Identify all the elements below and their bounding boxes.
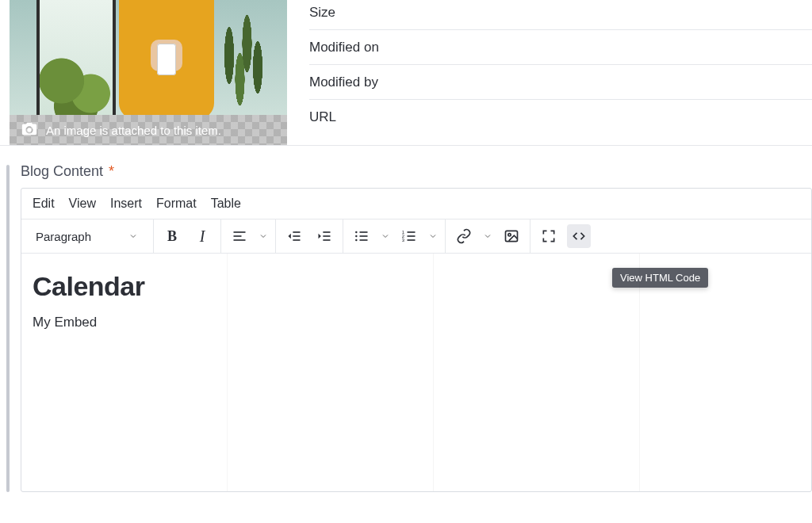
rich-text-editor: Edit View Insert Format Table Paragraph [21, 188, 812, 492]
meta-row-modified-by: Modified by [309, 65, 812, 100]
attachment-meta-section: An image is attached to this item. Size … [0, 0, 812, 146]
left-gutter [0, 0, 10, 145]
indent-button[interactable] [312, 224, 336, 248]
toolbar-group-view [530, 220, 597, 253]
editor-menubar: Edit View Insert Format Table [21, 189, 811, 219]
attachment-caption-bar: An image is attached to this item. [10, 115, 287, 145]
meta-row-url: URL [309, 100, 812, 135]
fullscreen-icon [541, 228, 557, 244]
bullet-list-icon [354, 228, 370, 244]
section-title-text: Blog Content [21, 163, 103, 179]
indent-icon [316, 228, 332, 244]
chevron-down-icon[interactable] [258, 231, 269, 242]
menu-insert[interactable]: Insert [110, 197, 142, 211]
italic-icon: I [200, 227, 205, 246]
image-button[interactable] [500, 224, 523, 248]
toolbar-group-block: Paragraph [21, 220, 154, 253]
numbered-list-icon: 123 [401, 228, 417, 244]
numbered-list-button[interactable]: 123 [397, 224, 421, 248]
code-icon [571, 228, 587, 244]
attachment-meta-list: Size Modified on Modified by URL [287, 0, 812, 145]
bold-icon: B [167, 228, 177, 245]
meta-label-modified-on: Modified on [309, 40, 379, 55]
menu-format[interactable]: Format [156, 197, 197, 211]
chevron-down-icon[interactable] [427, 231, 439, 242]
attachment-caption-text: An image is attached to this item. [46, 124, 221, 137]
editor-toolbar: Paragraph B I [21, 219, 811, 254]
menu-edit[interactable]: Edit [33, 197, 55, 211]
bold-button[interactable]: B [160, 224, 184, 248]
link-button[interactable] [452, 224, 476, 248]
menu-table[interactable]: Table [211, 197, 241, 211]
camera-icon [21, 120, 38, 140]
blog-content-section: Blog Content * Edit View Insert Format T… [0, 163, 812, 492]
toolbar-group-align [221, 220, 276, 253]
align-left-icon [232, 228, 247, 244]
chevron-down-icon [128, 231, 139, 242]
section-title: Blog Content * [21, 163, 812, 180]
meta-label-url: URL [309, 109, 336, 125]
align-button[interactable] [228, 224, 251, 248]
editor-content-area[interactable]: Calendar My Embed [21, 254, 811, 491]
view-html-button[interactable] [567, 224, 591, 248]
italic-button[interactable]: I [190, 224, 214, 248]
outdent-button[interactable] [282, 224, 306, 248]
attachment-thumbnail[interactable]: An image is attached to this item. [10, 0, 287, 145]
toolbar-group-lists: 123 [343, 220, 446, 253]
meta-row-size: Size [309, 0, 812, 30]
toolbar-group-media [446, 220, 530, 253]
image-icon [504, 228, 519, 244]
toolbar-group-indent [276, 220, 343, 253]
link-icon [456, 228, 472, 244]
meta-row-modified-on: Modified on [309, 30, 812, 65]
svg-point-10 [355, 235, 358, 238]
menu-view[interactable]: View [69, 197, 96, 211]
chevron-down-icon[interactable] [482, 231, 493, 242]
content-paragraph[interactable]: My Embed [33, 315, 800, 330]
content-heading[interactable]: Calendar [33, 271, 800, 302]
svg-text:3: 3 [402, 238, 404, 242]
block-format-select[interactable]: Paragraph [28, 230, 147, 243]
chevron-down-icon[interactable] [380, 231, 391, 242]
block-format-label: Paragraph [36, 230, 91, 243]
bullet-list-button[interactable] [350, 224, 373, 248]
toolbar-group-inline: B I [154, 220, 221, 253]
section-accent-bar [6, 165, 10, 492]
required-marker: * [109, 163, 114, 179]
meta-label-size: Size [309, 5, 335, 21]
svg-point-9 [355, 231, 358, 234]
outdent-icon [286, 228, 302, 244]
fullscreen-button[interactable] [537, 224, 561, 248]
svg-point-22 [508, 234, 511, 236]
meta-label-modified-by: Modified by [309, 74, 378, 90]
svg-point-11 [355, 239, 358, 242]
